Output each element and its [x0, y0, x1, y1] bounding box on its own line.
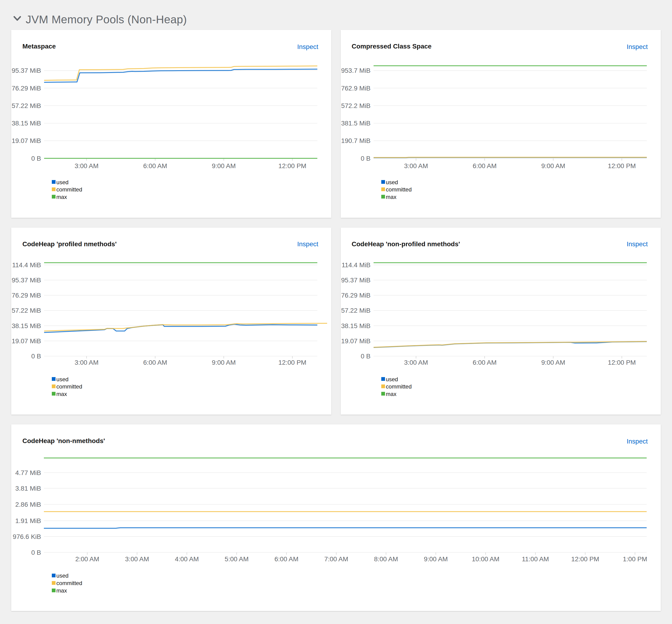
svg-text:19.07 MiB: 19.07 MiB — [341, 337, 370, 344]
svg-text:committed: committed — [56, 580, 82, 586]
svg-text:6:00 AM: 6:00 AM — [473, 162, 497, 170]
svg-text:6:00 AM: 6:00 AM — [473, 359, 497, 366]
svg-text:4.77 MiB: 4.77 MiB — [16, 469, 41, 476]
svg-text:76.29 MiB: 76.29 MiB — [12, 291, 41, 299]
svg-text:12:00 PM: 12:00 PM — [607, 162, 636, 170]
svg-text:95.37 MiB: 95.37 MiB — [341, 276, 370, 284]
svg-text:38.15 MiB: 38.15 MiB — [12, 322, 41, 329]
svg-text:2.86 MiB: 2.86 MiB — [16, 501, 41, 508]
svg-text:used: used — [56, 572, 69, 579]
svg-text:0 B: 0 B — [360, 155, 370, 162]
svg-text:3:00 AM: 3:00 AM — [75, 162, 99, 170]
svg-text:12:00 PM: 12:00 PM — [607, 359, 636, 366]
svg-text:76.29 MiB: 76.29 MiB — [12, 85, 41, 92]
svg-text:committed: committed — [386, 383, 412, 389]
svg-text:95.37 MiB: 95.37 MiB — [12, 67, 41, 74]
svg-text:committed: committed — [56, 383, 82, 389]
svg-text:used: used — [56, 179, 69, 185]
svg-text:max: max — [56, 588, 67, 594]
svg-text:committed: committed — [56, 186, 82, 192]
svg-text:used: used — [386, 179, 398, 185]
svg-text:57.22 MiB: 57.22 MiB — [341, 307, 370, 314]
svg-text:max: max — [386, 391, 396, 397]
svg-text:57.22 MiB: 57.22 MiB — [12, 102, 41, 109]
svg-text:used: used — [56, 376, 69, 382]
svg-text:12:00 PM: 12:00 PM — [571, 555, 599, 563]
svg-text:9:00 AM: 9:00 AM — [541, 359, 565, 366]
svg-text:11:00 AM: 11:00 AM — [522, 555, 549, 563]
svg-text:committed: committed — [386, 186, 412, 192]
svg-text:976.6 KiB: 976.6 KiB — [13, 533, 41, 540]
svg-text:0 B: 0 B — [31, 352, 41, 360]
svg-text:114.4 MiB: 114.4 MiB — [12, 261, 41, 268]
svg-text:38.15 MiB: 38.15 MiB — [341, 322, 370, 329]
svg-text:7:00 AM: 7:00 AM — [324, 555, 348, 563]
svg-text:190.7 MiB: 190.7 MiB — [341, 137, 370, 144]
svg-text:used: used — [386, 376, 398, 382]
svg-text:19.07 MiB: 19.07 MiB — [12, 337, 41, 344]
svg-text:9:00 AM: 9:00 AM — [424, 555, 448, 563]
svg-text:5:00 AM: 5:00 AM — [225, 555, 249, 563]
svg-text:max: max — [386, 194, 396, 200]
svg-text:38.15 MiB: 38.15 MiB — [12, 120, 41, 127]
svg-text:12:00 PM: 12:00 PM — [278, 359, 306, 366]
svg-text:2:00 AM: 2:00 AM — [75, 555, 99, 563]
svg-text:3:00 AM: 3:00 AM — [125, 555, 149, 563]
svg-text:6:00 AM: 6:00 AM — [143, 162, 167, 170]
svg-text:6:00 AM: 6:00 AM — [274, 555, 298, 563]
svg-text:3:00 AM: 3:00 AM — [404, 359, 428, 366]
svg-text:0 B: 0 B — [31, 155, 41, 162]
svg-text:9:00 AM: 9:00 AM — [212, 359, 236, 366]
svg-text:3.81 MiB: 3.81 MiB — [16, 485, 41, 492]
svg-text:953.7 MiB: 953.7 MiB — [341, 67, 370, 74]
svg-text:3:00 AM: 3:00 AM — [75, 359, 99, 366]
svg-text:57.22 MiB: 57.22 MiB — [12, 307, 41, 314]
svg-text:9:00 AM: 9:00 AM — [541, 162, 565, 170]
svg-text:12:00 PM: 12:00 PM — [278, 162, 306, 170]
svg-text:6:00 AM: 6:00 AM — [143, 359, 167, 366]
svg-text:10:00 AM: 10:00 AM — [472, 555, 499, 563]
svg-text:76.29 MiB: 76.29 MiB — [341, 291, 370, 299]
svg-text:95.37 MiB: 95.37 MiB — [12, 276, 41, 284]
svg-text:114.4 MiB: 114.4 MiB — [341, 261, 370, 268]
svg-text:8:00 AM: 8:00 AM — [374, 555, 398, 563]
svg-text:9:00 AM: 9:00 AM — [212, 162, 236, 170]
svg-text:max: max — [56, 194, 67, 200]
svg-text:0 B: 0 B — [360, 352, 370, 360]
svg-text:1:00 PM: 1:00 PM — [623, 555, 647, 563]
svg-text:1.91 MiB: 1.91 MiB — [16, 517, 41, 524]
svg-text:572.2 MiB: 572.2 MiB — [341, 102, 370, 109]
svg-text:max: max — [56, 391, 67, 397]
svg-text:3:00 AM: 3:00 AM — [404, 162, 428, 170]
svg-text:762.9 MiB: 762.9 MiB — [341, 85, 370, 92]
svg-text:0 B: 0 B — [31, 549, 41, 556]
svg-text:19.07 MiB: 19.07 MiB — [12, 137, 41, 144]
svg-text:4:00 AM: 4:00 AM — [175, 555, 199, 563]
svg-text:381.5 MiB: 381.5 MiB — [341, 120, 370, 127]
